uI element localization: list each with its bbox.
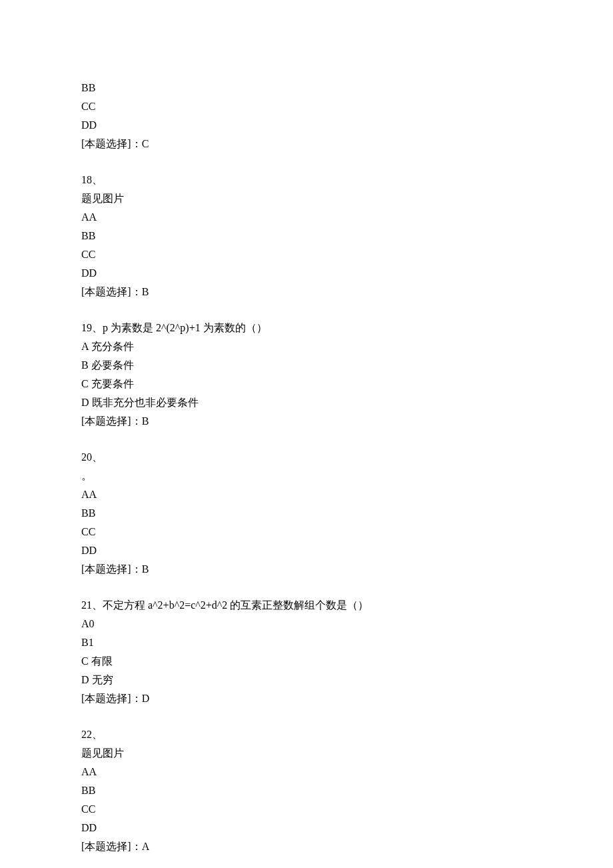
question-stem: 题见图片: [81, 744, 532, 763]
question-21: 21、不定方程 a^2+b^2=c^2+d^2 的互素正整数解组个数是（） A0…: [81, 596, 532, 708]
question-header: 22、: [81, 725, 532, 744]
option-a: AA: [81, 208, 532, 227]
option-b: BB: [81, 781, 532, 800]
question-stem: 题见图片: [81, 189, 532, 208]
answer-label: [本题选择]：B: [81, 283, 532, 301]
option-b: BB: [81, 79, 532, 97]
option-d: D 无穷: [81, 671, 532, 689]
option-c: C 有限: [81, 652, 532, 671]
option-a: A 充分条件: [81, 337, 532, 356]
option-d: DD: [81, 264, 532, 283]
option-a: AA: [81, 485, 532, 504]
option-c: CC: [81, 97, 532, 116]
option-b: BB: [81, 227, 532, 245]
option-c: C 充要条件: [81, 375, 532, 393]
option-a: A0: [81, 615, 532, 633]
answer-label: [本题选择]：D: [81, 689, 532, 708]
question-stem: 。: [81, 467, 532, 485]
question-20: 20、 。 AA BB CC DD [本题选择]：B: [81, 448, 532, 579]
question-22: 22、 题见图片 AA BB CC DD [本题选择]：A: [81, 725, 532, 856]
option-a: AA: [81, 763, 532, 781]
option-c: CC: [81, 800, 532, 819]
question-header: 18、: [81, 171, 532, 189]
question-header: 19、p 为素数是 2^(2^p)+1 为素数的（）: [81, 319, 532, 337]
question-17-tail: BB CC DD [本题选择]：C: [81, 79, 532, 153]
option-b: B1: [81, 633, 532, 652]
option-d: DD: [81, 541, 532, 560]
question-19: 19、p 为素数是 2^(2^p)+1 为素数的（） A 充分条件 B 必要条件…: [81, 319, 532, 431]
option-b: B 必要条件: [81, 356, 532, 375]
option-d: DD: [81, 819, 532, 837]
option-d: DD: [81, 116, 532, 135]
answer-label: [本题选择]：B: [81, 560, 532, 579]
option-d: D 既非充分也非必要条件: [81, 393, 532, 412]
answer-label: [本题选择]：C: [81, 135, 532, 153]
question-18: 18、 题见图片 AA BB CC DD [本题选择]：B: [81, 171, 532, 301]
option-c: CC: [81, 245, 532, 264]
answer-label: [本题选择]：B: [81, 412, 532, 431]
option-b: BB: [81, 504, 532, 523]
answer-label: [本题选择]：A: [81, 837, 532, 856]
question-header: 21、不定方程 a^2+b^2=c^2+d^2 的互素正整数解组个数是（）: [81, 596, 532, 615]
option-c: CC: [81, 523, 532, 541]
question-header: 20、: [81, 448, 532, 467]
document-page: BB CC DD [本题选择]：C 18、 题见图片 AA BB CC DD […: [0, 0, 613, 868]
